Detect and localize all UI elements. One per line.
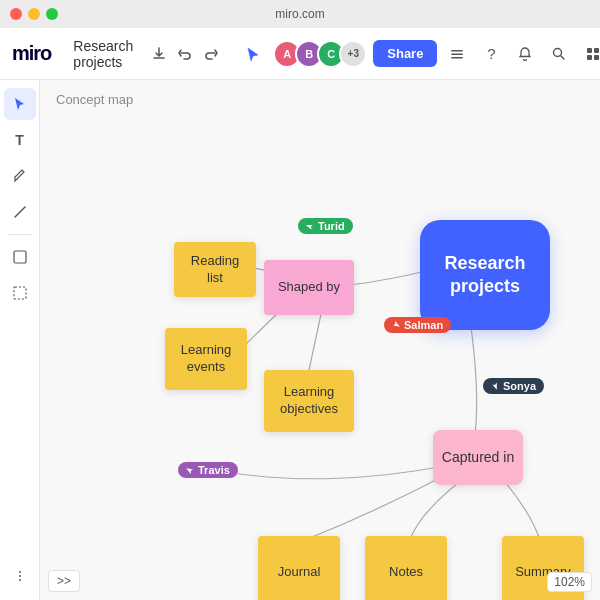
line-tool[interactable] xyxy=(4,196,36,228)
svg-rect-2 xyxy=(451,57,463,59)
cursor-travis: Travis xyxy=(178,462,238,478)
canvas-area[interactable]: Concept map xyxy=(40,80,600,600)
pan-button[interactable]: >> xyxy=(48,570,80,592)
nav-right: A B C +3 Share ? xyxy=(239,40,600,68)
node-captured-in[interactable]: Captured in xyxy=(433,430,523,485)
node-learning-objectives[interactable]: Learning objectives xyxy=(264,370,354,432)
search-icon[interactable] xyxy=(545,40,573,68)
svg-point-3 xyxy=(554,48,562,56)
left-toolbar: T xyxy=(0,80,40,600)
svg-rect-8 xyxy=(14,251,26,263)
grid-icon[interactable] xyxy=(579,40,600,68)
share-button[interactable]: Share xyxy=(373,40,437,67)
export-button[interactable] xyxy=(151,40,167,68)
help-icon[interactable]: ? xyxy=(477,40,505,68)
url-label: miro.com xyxy=(275,7,324,21)
toolbar-separator-1 xyxy=(8,234,32,235)
minimize-dot[interactable] xyxy=(28,8,40,20)
navbar: miro Research projects A B C +3 Share xyxy=(0,28,600,80)
canvas-label: Concept map xyxy=(56,92,133,107)
node-reading-list[interactable]: Reading list xyxy=(174,242,256,297)
svg-rect-9 xyxy=(14,287,26,299)
window-controls xyxy=(10,8,58,20)
undo-button[interactable] xyxy=(177,40,193,68)
svg-rect-6 xyxy=(587,55,592,60)
svg-rect-4 xyxy=(587,48,592,53)
cursor-sonya: Sonya xyxy=(483,378,544,394)
svg-rect-1 xyxy=(451,53,463,55)
svg-point-12 xyxy=(19,579,21,581)
main-area: T Concept map xyxy=(0,80,600,600)
svg-point-10 xyxy=(19,571,21,573)
cursor-salman: Salman xyxy=(384,317,451,333)
sticky-tool[interactable] xyxy=(4,241,36,273)
board-title[interactable]: Research projects xyxy=(65,34,141,74)
svg-rect-7 xyxy=(594,55,599,60)
svg-rect-5 xyxy=(594,48,599,53)
avatar-group: A B C +3 xyxy=(273,40,367,68)
node-learning-events[interactable]: Learning events xyxy=(165,328,247,390)
settings-icon[interactable] xyxy=(443,40,471,68)
frame-tool[interactable] xyxy=(4,277,36,309)
zoom-indicator: 102% xyxy=(547,572,592,592)
select-tool[interactable] xyxy=(4,88,36,120)
miro-logo: miro xyxy=(12,42,51,65)
text-tool[interactable]: T xyxy=(4,124,36,156)
node-shaped-by[interactable]: Shaped by xyxy=(264,260,354,315)
connectors-svg xyxy=(40,80,600,600)
close-dot[interactable] xyxy=(10,8,22,20)
avatar-more[interactable]: +3 xyxy=(339,40,367,68)
node-notes[interactable]: Notes xyxy=(365,536,447,600)
cursor-turid: Turid xyxy=(298,218,353,234)
maximize-dot[interactable] xyxy=(46,8,58,20)
svg-point-11 xyxy=(19,575,21,577)
notification-icon[interactable] xyxy=(511,40,539,68)
node-journal[interactable]: Journal xyxy=(258,536,340,600)
app-container: miro Research projects A B C +3 Share xyxy=(0,28,600,600)
titlebar: miro.com xyxy=(0,0,600,28)
svg-rect-0 xyxy=(451,50,463,52)
pen-tool[interactable] xyxy=(4,160,36,192)
redo-button[interactable] xyxy=(203,40,219,68)
more-tools[interactable] xyxy=(4,560,36,592)
node-research-projects[interactable]: Research projects xyxy=(420,220,550,330)
cursor-icon xyxy=(239,40,267,68)
